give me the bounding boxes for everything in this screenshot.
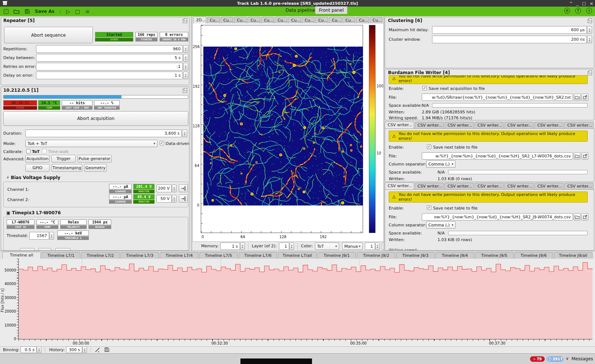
layer-spinner[interactable]: ▴▾ bbox=[289, 243, 294, 250]
retries-field[interactable]: -1 bbox=[36, 63, 183, 70]
kill-icon[interactable]: ☠ bbox=[85, 9, 90, 14]
export-image-icon[interactable] bbox=[104, 347, 109, 353]
threshold-field[interactable]: 1567 bbox=[29, 232, 49, 240]
tab-cu-9[interactable]: Cu... bbox=[315, 17, 328, 23]
browse-folder-button[interactable] bbox=[574, 152, 581, 160]
flux-step-chart[interactable] bbox=[18, 259, 592, 339]
file-path-field[interactable]: ow:%Y}_{now:%m}_{now:%d}_{now:%H}_SR2_J9… bbox=[422, 213, 573, 221]
messages-toggle[interactable]: Messages bbox=[572, 356, 593, 361]
tab-timeline-j9-3[interactable]: Timeline J9/3 bbox=[396, 252, 435, 259]
minimize-button[interactable]: _ bbox=[576, 1, 578, 6]
tab-timeline-j9-6[interactable]: Timeline J9/6 bbox=[514, 252, 553, 259]
open-external-button[interactable] bbox=[581, 152, 588, 160]
delay-between-spinner[interactable]: ▴▾ bbox=[183, 54, 188, 62]
shade-button[interactable]: ^ bbox=[569, 1, 573, 6]
csv-tab[interactable]: CSV writer... bbox=[504, 122, 534, 128]
delay-on-error-field[interactable]: 1 s bbox=[36, 72, 183, 79]
delay-between-field[interactable]: 5 s bbox=[36, 54, 183, 62]
popout-icon[interactable] bbox=[183, 19, 187, 23]
history-field[interactable]: 300 s bbox=[66, 346, 82, 353]
retries-spinner[interactable]: ▴▾ bbox=[183, 63, 188, 70]
acquisition-button[interactable]: Acquisition bbox=[25, 155, 50, 163]
csv-tab[interactable]: CSV writer... bbox=[564, 122, 594, 128]
play-icon[interactable]: ▷ bbox=[66, 9, 70, 14]
delay-on-error-spinner[interactable]: ▴▾ bbox=[183, 72, 188, 79]
save-as-button[interactable]: Save As bbox=[35, 9, 54, 14]
edit-icon[interactable]: ✓ bbox=[4, 9, 8, 14]
csv-tab[interactable]: CSV writer... bbox=[415, 122, 444, 128]
binning-spinner[interactable]: ▴▾ bbox=[37, 346, 41, 353]
tab-cu-3[interactable]: Cu... bbox=[234, 17, 247, 23]
csv-tab[interactable]: CSV writer... bbox=[534, 122, 564, 128]
csv-tab[interactable]: CSV writer... bbox=[385, 121, 414, 128]
column-separator-dropdown[interactable]: Comma (,)▾ bbox=[426, 160, 456, 168]
open-external-button[interactable] bbox=[581, 94, 588, 101]
maximize-button[interactable]: □ bbox=[582, 1, 586, 6]
abort-acquisition-button[interactable]: Abort acquisition bbox=[3, 111, 188, 126]
tab-timeline-j9-5[interactable]: Timeline J9/5 bbox=[475, 252, 514, 259]
enable-checkbox[interactable]: ✓ bbox=[427, 205, 431, 210]
color-scale-mode-dropdown[interactable]: Manua▾ bbox=[342, 243, 363, 250]
warning-count-badge[interactable]: ⚠79 bbox=[530, 356, 545, 362]
tab-front-panel[interactable]: Front panel bbox=[315, 8, 348, 13]
csv-tab[interactable]: CSV writer... bbox=[564, 183, 594, 189]
popout-icon[interactable] bbox=[588, 19, 592, 23]
threshold-spinner[interactable]: ▴▾ bbox=[49, 232, 54, 240]
memory-spinner[interactable]: ▴▾ bbox=[240, 243, 245, 250]
cluster-window-spinner[interactable]: ▴▾ bbox=[587, 36, 592, 43]
channel1-apply-button[interactable]: → bbox=[179, 184, 188, 192]
tab-timeline-l7-1[interactable]: Timeline L7/1 bbox=[41, 252, 80, 259]
memory-field[interactable]: 1 s bbox=[220, 243, 240, 250]
color-scale-min-field[interactable]: 1 bbox=[365, 243, 375, 250]
clipped-button[interactable] bbox=[20, 248, 35, 251]
duration-spinner[interactable]: ▴▾ bbox=[182, 130, 187, 137]
save-icon[interactable] bbox=[25, 9, 30, 14]
info-icon[interactable]: i bbox=[586, 8, 592, 14]
tab-cu-10[interactable]: Cu... bbox=[329, 17, 342, 23]
tab-timeline-l7-all[interactable]: Timeline L7/all bbox=[278, 252, 316, 259]
info-count-badge[interactable]: i3917 bbox=[547, 356, 563, 362]
tab-cu-13[interactable]: Cu... bbox=[370, 17, 382, 23]
channel1-voltage-field[interactable]: 200 V bbox=[156, 185, 172, 192]
max-hit-delay-field[interactable]: 600 µs bbox=[432, 26, 587, 34]
csv-tab[interactable]: CSV writer... bbox=[475, 122, 504, 128]
tab-timeline-l7-6[interactable]: Timeline L7/6 bbox=[239, 252, 277, 259]
color-quantity-dropdown[interactable]: ToT▾ bbox=[315, 243, 339, 250]
tab-timeline-l7-2[interactable]: Timeline L7/2 bbox=[81, 252, 120, 259]
popout-icon[interactable] bbox=[183, 89, 187, 93]
clipped-button[interactable] bbox=[38, 248, 51, 251]
tab-timeline-j9-4[interactable]: Timeline J9/4 bbox=[436, 252, 474, 259]
timestamping-button[interactable]: Timestamping bbox=[51, 164, 82, 172]
enable-checkbox[interactable]: ✓ bbox=[427, 145, 431, 149]
channel1-voltage-spinner[interactable]: ▴▾ bbox=[172, 185, 177, 192]
tab-cu-1[interactable]: Cu... bbox=[207, 17, 220, 23]
chevron-down-icon[interactable]: ∨ bbox=[566, 356, 569, 361]
tab-cu-7[interactable]: Cu... bbox=[288, 17, 301, 23]
gpio-button[interactable]: GPIO bbox=[25, 164, 50, 172]
popout-icon[interactable] bbox=[588, 71, 592, 75]
tab-cu-4[interactable]: Cu... bbox=[247, 17, 260, 23]
csv-tab[interactable]: CSV writer... bbox=[445, 183, 474, 189]
csv-tab[interactable]: CSV writer... bbox=[385, 182, 414, 189]
calibrate-timewalk-checkbox[interactable] bbox=[42, 149, 47, 153]
tab-data-pipeline[interactable]: Data pipeline bbox=[282, 8, 319, 13]
binning-field[interactable]: 0.5 s bbox=[21, 346, 37, 353]
csv-tab[interactable]: CSV writer... bbox=[415, 183, 444, 189]
tab-cu-6[interactable]: Cu... bbox=[275, 17, 287, 23]
repetitions-spinner[interactable]: ▴▾ bbox=[183, 45, 188, 53]
hitmap-canvas[interactable] bbox=[203, 47, 363, 205]
max-hit-delay-spinner[interactable]: ▴▾ bbox=[587, 26, 592, 34]
calibrate-tot-checkbox[interactable] bbox=[26, 149, 30, 153]
mode-dropdown[interactable]: ToA + ToT▾ bbox=[25, 140, 157, 147]
data-driven-checkbox[interactable]: ✓ bbox=[160, 141, 164, 145]
tab-cu-8[interactable]: Cu... bbox=[302, 17, 315, 23]
file-path-field[interactable]: w:%d}/SR/raw/{now:%Y}_{now:%m}_{now:%d}_… bbox=[422, 94, 573, 101]
csv-tab[interactable]: CSV writer... bbox=[475, 183, 504, 189]
column-separator-dropdown[interactable]: Comma (,)▾ bbox=[426, 221, 456, 229]
history-spinner[interactable]: ▴▾ bbox=[82, 346, 87, 353]
open-external-button[interactable] bbox=[581, 213, 588, 221]
tab-timeline-all[interactable]: Timeline all bbox=[2, 252, 41, 259]
tab-cu-12[interactable]: Cu... bbox=[356, 17, 369, 23]
cluster-window-field[interactable]: 200 ns bbox=[432, 36, 587, 43]
tab-timeline-l7-3[interactable]: Timeline L7/3 bbox=[120, 252, 159, 259]
